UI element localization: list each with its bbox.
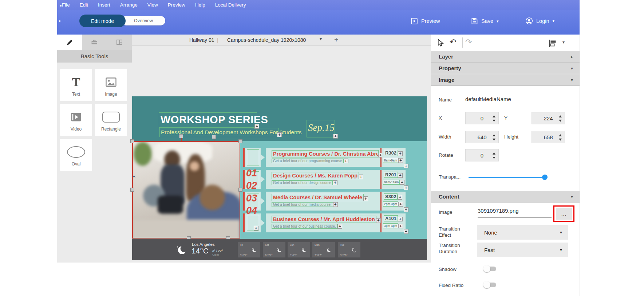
- menu-item-help[interactable]: Help: [195, 2, 205, 8]
- menu-item-local-delivery[interactable]: Local Delivery: [215, 2, 246, 8]
- cursor-icon[interactable]: [436, 39, 445, 47]
- stepper-icon[interactable]: [559, 134, 562, 141]
- width-field[interactable]: 640: [465, 131, 499, 143]
- selection-handle[interactable]: [212, 135, 216, 139]
- plus-handle-icon[interactable]: [404, 229, 408, 234]
- plus-handle-icon[interactable]: [376, 218, 381, 223]
- row-title[interactable]: Business Courses / Mr. April Huddleston: [272, 216, 376, 223]
- number-selection-box[interactable]: [247, 149, 259, 165]
- name-field[interactable]: defaultMediaName: [465, 96, 511, 102]
- schedule-row[interactable]: Programming Courses / Dr. Christina Abre…: [243, 148, 406, 167]
- menu-item-file[interactable]: File: [62, 2, 70, 8]
- row-title[interactable]: Design Courses / Ms. Karen Popp: [272, 172, 359, 179]
- plus-handle-icon[interactable]: [277, 132, 282, 137]
- row-room[interactable]: R201: [384, 172, 398, 178]
- section-content[interactable]: Content: [431, 191, 580, 203]
- row-time[interactable]: 2pm-3pm: [383, 201, 398, 207]
- add-layout-button[interactable]: +: [334, 36, 339, 43]
- rotate-field[interactable]: 0: [465, 149, 499, 161]
- plus-handle-icon[interactable]: [333, 202, 338, 207]
- transition-duration-select[interactable]: Fast: [477, 243, 568, 257]
- plus-handle-icon[interactable]: [398, 202, 403, 207]
- row-room[interactable]: R302: [384, 150, 398, 156]
- menu-item-preview[interactable]: Preview: [168, 2, 185, 8]
- layout-name[interactable]: Campus-schedule_day 1920x1080: [227, 37, 306, 43]
- menu-item-view[interactable]: View: [147, 2, 158, 8]
- screen-name[interactable]: Hallway 01: [189, 37, 214, 43]
- row-numbers[interactable]: 01 02 03 04: [246, 167, 261, 217]
- tool-oval[interactable]: Oval: [60, 139, 92, 171]
- design-title[interactable]: WORKSHOP SERIES: [159, 113, 257, 126]
- plus-handle-icon[interactable]: [400, 180, 404, 185]
- plus-handle-icon[interactable]: [398, 224, 403, 228]
- selection-handle[interactable]: [238, 139, 242, 143]
- plus-handle-icon[interactable]: [398, 217, 403, 221]
- row-desc[interactable]: Get a brief tour of our programming cour…: [272, 159, 344, 163]
- edit-mode-toggle[interactable]: Edit mode: [79, 15, 126, 27]
- login-dropdown-caret-icon[interactable]: [552, 19, 554, 23]
- selection-handle[interactable]: [130, 188, 134, 192]
- plus-handle-icon[interactable]: [254, 226, 258, 231]
- plus-handle-icon[interactable]: [337, 224, 342, 229]
- design-date[interactable]: Sep.15: [307, 120, 335, 133]
- section-property[interactable]: Property: [431, 63, 580, 74]
- redo-icon[interactable]: [465, 38, 472, 46]
- selection-handle[interactable]: [238, 188, 242, 192]
- tab-widgets[interactable]: [82, 35, 107, 50]
- plus-handle-icon[interactable]: [333, 134, 338, 139]
- stepper-icon[interactable]: [493, 115, 496, 122]
- row-room[interactable]: A101: [384, 215, 398, 221]
- date-selection-box[interactable]: Sep.15: [307, 120, 335, 137]
- menu-item-insert[interactable]: Insert: [98, 2, 110, 8]
- tool-rectangle[interactable]: Rectangle: [95, 104, 127, 136]
- schedule-row[interactable]: Business Courses / Mr. April Huddleston …: [243, 213, 406, 232]
- shadow-toggle[interactable]: [483, 265, 497, 272]
- schedule-row[interactable]: Media Courses / Dr. Samuel Wheele Get a …: [243, 192, 406, 211]
- transition-effect-select[interactable]: None: [477, 225, 568, 240]
- save-dropdown-caret-icon[interactable]: [497, 19, 499, 24]
- stepper-icon[interactable]: [559, 115, 562, 122]
- schedule-row[interactable]: Design Courses / Ms. Karen Popp Get a br…: [243, 170, 406, 189]
- tool-image[interactable]: Image: [95, 69, 127, 101]
- plus-handle-icon[interactable]: [404, 185, 408, 190]
- row-time[interactable]: 8am-9am: [383, 158, 398, 163]
- transparency-slider[interactable]: [469, 177, 546, 178]
- transparency-slider-knob[interactable]: [542, 175, 548, 180]
- collapse-chevrons-icon[interactable]: «: [133, 173, 135, 179]
- preview-button[interactable]: Preview: [411, 17, 440, 25]
- tool-text[interactable]: T Text: [60, 69, 92, 101]
- section-image[interactable]: Image: [431, 74, 580, 86]
- plus-handle-icon[interactable]: [333, 180, 337, 185]
- menu-item-arrange[interactable]: Arrange: [120, 2, 138, 8]
- row-room[interactable]: S302: [384, 193, 398, 200]
- plus-handle-icon[interactable]: [404, 207, 408, 212]
- image-file-field[interactable]: 3091097189.png: [478, 208, 519, 214]
- row-desc[interactable]: Get a brief tour of our media course.: [272, 202, 333, 207]
- row-title[interactable]: Programming Courses / Dr. Christina Abre…: [272, 150, 379, 157]
- row-time[interactable]: 9am-11am: [383, 180, 400, 185]
- height-field[interactable]: 658: [532, 131, 565, 143]
- tab-layouts[interactable]: [107, 35, 132, 50]
- plus-handle-icon[interactable]: [344, 159, 348, 163]
- row-time[interactable]: 3pm-4pm: [383, 223, 398, 228]
- row-desc[interactable]: Get a brief tour of our design course: [272, 180, 333, 185]
- login-button[interactable]: Login: [525, 17, 554, 25]
- x-field[interactable]: 0: [465, 112, 499, 124]
- selection-handle[interactable]: [179, 134, 183, 138]
- subtitle-selection-box[interactable]: Professional And Development Workshops F…: [159, 128, 279, 137]
- save-button[interactable]: Save: [471, 17, 499, 25]
- plus-handle-icon[interactable]: [398, 195, 402, 200]
- undo-icon[interactable]: [450, 38, 456, 46]
- layout-dropdown-caret-icon[interactable]: [320, 36, 322, 41]
- fixed-ratio-toggle[interactable]: [483, 281, 497, 288]
- menu-item-edit[interactable]: Edit: [80, 2, 88, 8]
- design-subtitle[interactable]: Professional And Development Workshops F…: [160, 128, 278, 136]
- y-field[interactable]: 224: [532, 112, 565, 124]
- align-dropdown-caret-icon[interactable]: [562, 40, 565, 45]
- plus-handle-icon[interactable]: [404, 164, 408, 168]
- image-selection-rect[interactable]: [132, 141, 240, 239]
- plus-handle-icon[interactable]: [398, 151, 403, 156]
- tool-video[interactable]: Video: [60, 104, 92, 136]
- plus-handle-icon[interactable]: [359, 175, 363, 179]
- row-desc[interactable]: Get a brief tour of our business course.: [272, 224, 337, 229]
